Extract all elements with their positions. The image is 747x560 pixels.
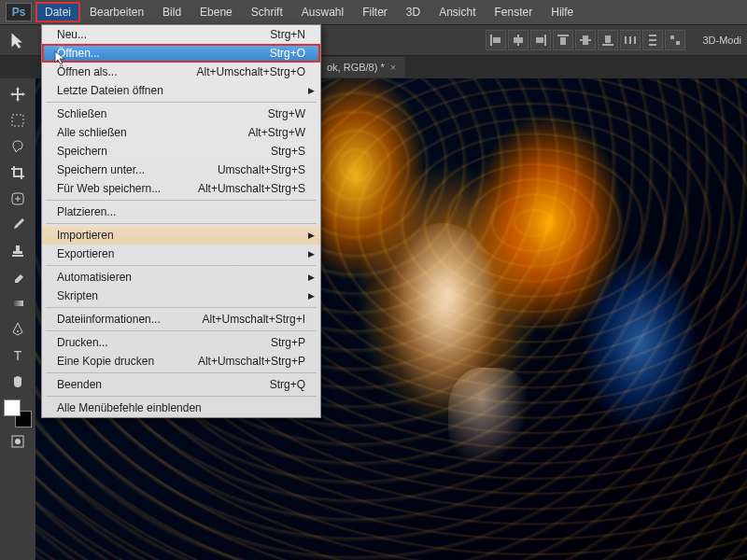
document-tab[interactable]: ok, RGB/8) * ×	[317, 57, 405, 77]
submenu-arrow-icon: ▶	[308, 249, 315, 259]
submenu-arrow-icon: ▶	[308, 273, 315, 282]
align-top-icon[interactable]	[553, 30, 573, 50]
menu-item-speichern[interactable]: SpeichernStrg+S	[42, 142, 320, 161]
menu-item-shortcut: Strg+Q	[270, 378, 305, 391]
menu-item-label: Alle schließen	[57, 126, 127, 139]
menu-item-ffnen[interactable]: Öffnen...Strg+O	[42, 44, 320, 63]
menu-item-label: Eine Kopie drucken	[57, 355, 154, 368]
quick-mask-icon[interactable]	[5, 429, 31, 454]
menu-item-skripten[interactable]: Skripten▶	[42, 287, 320, 305]
menu-item-letzte-dateien-ffnen[interactable]: Letzte Dateien öffnen▶	[42, 81, 320, 100]
eraser-tool-icon[interactable]	[5, 265, 31, 289]
menu-item-speichern-unter[interactable]: Speichern unter...Umschalt+Strg+S	[42, 161, 320, 179]
align-right-icon[interactable]	[530, 30, 551, 50]
svg-rect-10	[602, 44, 613, 46]
svg-rect-1	[493, 37, 500, 43]
align-bottom-icon[interactable]	[598, 30, 618, 50]
menu-separator	[46, 102, 317, 103]
menu-item-dateiinformationen[interactable]: Dateiinformationen...Alt+Umschalt+Strg+I	[42, 310, 320, 329]
menu-item-label: Alle Menübefehle einblenden	[57, 401, 202, 414]
menu-item-shortcut: Umschalt+Strg+S	[218, 163, 305, 176]
svg-rect-16	[649, 39, 656, 41]
hand-tool-icon[interactable]	[5, 370, 31, 394]
align-center-h-icon[interactable]	[508, 30, 529, 50]
close-icon[interactable]: ×	[390, 62, 396, 73]
menu-item-neu[interactable]: Neu...Strg+N	[42, 25, 320, 44]
menu-bearbeiten[interactable]: Bearbeiten	[80, 2, 153, 22]
text-tool-icon[interactable]: T	[5, 343, 31, 368]
color-swatches[interactable]	[4, 399, 32, 427]
menu-3d[interactable]: 3D	[397, 2, 430, 22]
menu-datei[interactable]: Datei	[35, 2, 80, 22]
distribute-v-icon[interactable]	[642, 30, 663, 50]
menu-item-label: Dateiinformationen...	[57, 313, 161, 326]
distribute-h-icon[interactable]	[620, 30, 641, 50]
svg-text:T: T	[14, 348, 22, 363]
svg-rect-5	[536, 37, 543, 43]
menu-item-exportieren[interactable]: Exportieren▶	[42, 245, 320, 263]
menu-item-schlie-en[interactable]: SchließenStrg+W	[42, 105, 320, 123]
menu-item-label: Platzieren...	[57, 205, 116, 218]
crop-tool-icon[interactable]	[5, 161, 31, 185]
menu-filter[interactable]: Filter	[353, 2, 397, 22]
menu-item-ffnen-als[interactable]: Öffnen als...Alt+Umschalt+Strg+O	[42, 63, 320, 81]
menu-schrift[interactable]: Schrift	[242, 2, 292, 22]
menu-item-label: Speichern unter...	[57, 163, 145, 176]
svg-rect-11	[605, 35, 611, 43]
brush-tool-icon[interactable]	[5, 213, 31, 237]
menu-bar: Ps DateiBearbeitenBildEbeneSchriftAuswah…	[0, 0, 747, 24]
menu-ansicht[interactable]: Ansicht	[430, 2, 485, 22]
submenu-arrow-icon: ▶	[308, 86, 315, 95]
move-tool-indicator[interactable]	[9, 31, 28, 49]
svg-rect-25	[12, 301, 23, 306]
menu-ebene[interactable]: Ebene	[190, 2, 242, 22]
svg-rect-4	[544, 35, 546, 46]
align-center-v-icon[interactable]	[575, 30, 596, 50]
gradient-tool-icon[interactable]	[5, 291, 31, 315]
mode-label: 3D-Modi	[697, 35, 747, 46]
menu-item-label: Importieren	[57, 229, 114, 242]
menu-bild[interactable]: Bild	[153, 2, 190, 22]
svg-point-29	[15, 439, 21, 444]
menu-item-alle-men-befehle-einblenden[interactable]: Alle Menübefehle einblenden	[42, 399, 320, 417]
align-left-icon[interactable]	[486, 30, 506, 50]
menu-hilfe[interactable]: Hilfe	[542, 2, 583, 22]
svg-rect-19	[676, 41, 680, 45]
menu-item-automatisieren[interactable]: Automatisieren▶	[42, 268, 320, 287]
healing-brush-tool-icon[interactable]	[5, 187, 31, 211]
move-tool-icon[interactable]	[5, 82, 31, 106]
menu-item-shortcut: Alt+Umschalt+Strg+S	[198, 182, 305, 195]
foreground-swatch[interactable]	[4, 399, 21, 416]
menu-fenster[interactable]: Fenster	[486, 2, 543, 22]
menu-item-beenden[interactable]: BeendenStrg+Q	[42, 375, 320, 394]
lasso-tool-icon[interactable]	[5, 134, 31, 159]
svg-rect-24	[12, 255, 23, 257]
menu-auswahl[interactable]: Auswahl	[292, 2, 353, 22]
svg-rect-17	[649, 44, 656, 46]
cursor-icon	[54, 50, 69, 69]
svg-rect-3	[514, 37, 523, 43]
menu-item-importieren[interactable]: Importieren▶	[42, 226, 320, 245]
menu-item-drucken[interactable]: Drucken...Strg+P	[42, 333, 320, 352]
menu-item-alle-schlie-en[interactable]: Alle schließenAlt+Strg+W	[42, 123, 320, 142]
document-tab-title: ok, RGB/8) *	[327, 62, 385, 73]
stamp-tool-icon[interactable]	[5, 239, 31, 263]
alignment-buttons	[486, 30, 685, 50]
svg-rect-12	[625, 36, 627, 44]
svg-rect-7	[560, 37, 566, 45]
menu-item-platzieren[interactable]: Platzieren...	[42, 203, 320, 221]
toolbox: T	[0, 78, 35, 560]
marquee-tool-icon[interactable]	[5, 108, 31, 133]
menu-separator	[46, 396, 317, 397]
menu-item-f-r-web-speichern[interactable]: Für Web speichern...Alt+Umschalt+Strg+S	[42, 179, 320, 198]
menu-separator	[46, 372, 317, 373]
svg-rect-13	[629, 36, 631, 44]
menu-item-shortcut: Strg+O	[270, 47, 305, 60]
menu-item-shortcut: Strg+N	[270, 28, 305, 41]
menu-item-label: Beenden	[57, 378, 102, 391]
menu-item-label: Automatisieren	[57, 271, 132, 284]
distribute-spacing-icon[interactable]	[665, 30, 685, 50]
pen-tool-icon[interactable]	[5, 317, 31, 342]
menu-item-label: Drucken...	[57, 336, 108, 349]
menu-item-eine-kopie-drucken[interactable]: Eine Kopie druckenAlt+Umschalt+Strg+P	[42, 352, 320, 371]
